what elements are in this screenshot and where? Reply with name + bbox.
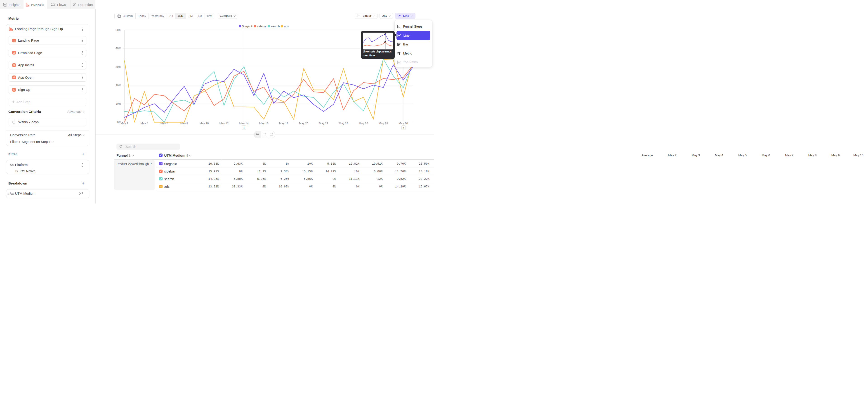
svg-text:May 10: May 10 [199,122,209,125]
svg-text:40%: 40% [116,47,121,50]
svg-text:over time.: over time. [363,54,376,57]
svg-text:May 12: May 12 [219,122,229,125]
svg-text:May 16: May 16 [259,122,269,125]
svg-text:May 4: May 4 [141,122,148,125]
svg-text:May 22: May 22 [319,122,328,125]
svg-text:50%: 50% [116,29,121,32]
svg-text:ads: ads [284,25,289,28]
svg-text:sidebar: sidebar [257,25,267,28]
svg-text:May 14: May 14 [239,122,249,125]
svg-text:30%: 30% [116,65,121,68]
svg-text:May 26: May 26 [359,122,368,125]
svg-text:May 18: May 18 [279,122,288,125]
svg-text:May 20: May 20 [299,122,308,125]
svg-text:May 30: May 30 [399,122,408,125]
svg-text:20%: 20% [116,84,121,87]
svg-text:$organic: $organic [242,25,253,28]
svg-text:Line charts display trends: Line charts display trends [363,50,392,53]
svg-text:10%: 10% [116,102,121,105]
svg-text:May 24: May 24 [339,122,348,125]
svg-text:search: search [271,25,280,28]
svg-text:May 28: May 28 [379,122,388,125]
